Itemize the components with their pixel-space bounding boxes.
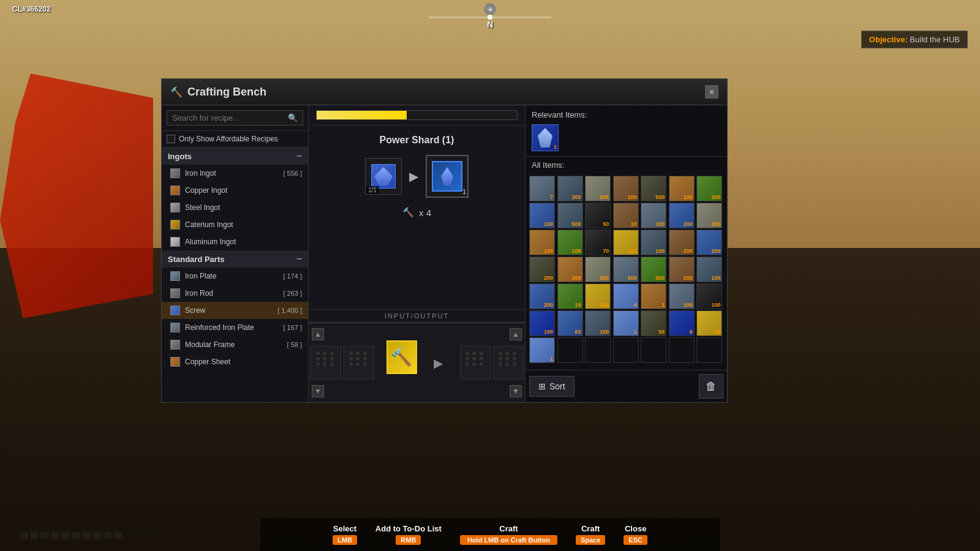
inv-item-46[interactable] <box>641 337 666 363</box>
craft-queue-nav-bottom-right[interactable]: ▼ <box>510 385 522 397</box>
close-button[interactable]: × <box>705 85 718 99</box>
recipe-iron-plate[interactable]: Iron Plate [ 174 ] <box>162 268 308 285</box>
recipe-reinforced-iron-plate[interactable]: Reinforced Iron Plate [ 167 ] <box>162 319 308 336</box>
inv-item-48[interactable] <box>696 337 722 363</box>
inv-item-0[interactable]: 7 <box>529 176 555 201</box>
inv-item-23[interactable]: 500 <box>585 257 611 282</box>
inv-item-20[interactable]: 200 <box>696 230 722 255</box>
recipe-iron-rod[interactable]: Iron Rod [ 263 ] <box>162 285 308 302</box>
category-standard-parts[interactable]: Standard Parts − <box>162 250 308 268</box>
inv-item-8[interactable]: 500 <box>557 203 583 228</box>
craft-slot-3 <box>460 346 491 380</box>
relevant-item-1[interactable]: 1 <box>532 124 559 151</box>
inv-item-29[interactable]: 19 <box>557 283 583 309</box>
category-standard-parts-toggle[interactable]: − <box>296 253 302 264</box>
affordable-filter[interactable]: Only Show Affordable Recipes <box>162 131 308 148</box>
inv-item-6[interactable]: 200 <box>696 176 722 201</box>
inv-item-7[interactable]: 100 <box>529 203 555 228</box>
inv-item-11[interactable]: 100 <box>641 203 666 228</box>
inv-item-36[interactable]: 63 <box>557 310 583 336</box>
inv-item-41[interactable]: 29 <box>696 310 722 336</box>
category-ingots[interactable]: Ingots − <box>162 148 308 165</box>
inv-item-43[interactable] <box>557 337 583 363</box>
inv-item-33[interactable]: 100 <box>669 283 695 309</box>
recipe-arrow-icon: ▶ <box>409 169 418 184</box>
caterium-ingot-name: Caterium Ingot <box>185 220 302 229</box>
recipe-caterium-ingot[interactable]: Caterium Ingot <box>162 216 308 233</box>
craft-queue-nav-bottom-left[interactable]: ▼ <box>312 385 324 397</box>
window-header: 🔨 Crafting Bench × <box>162 79 727 105</box>
inv-item-32[interactable]: 1 <box>641 283 666 309</box>
inv-item-18[interactable]: 100 <box>641 230 666 255</box>
recipe-iron-ingot[interactable]: Iron Ingot [ 556 ] <box>162 165 308 182</box>
inv-item-count-1: 200 <box>572 194 581 200</box>
inv-item-24[interactable]: 500 <box>613 257 639 282</box>
inv-item-31[interactable]: 4 <box>613 283 639 309</box>
recipe-aluminum-ingot[interactable]: Aluminum Ingot <box>162 233 308 250</box>
inv-item-15[interactable]: 108 <box>557 230 583 255</box>
inv-item-16[interactable]: 70 <box>585 230 611 255</box>
inv-item-4[interactable]: 500 <box>641 176 666 201</box>
affordable-checkbox[interactable] <box>167 135 175 143</box>
inv-item-13[interactable]: 200 <box>696 203 722 228</box>
trash-button[interactable]: 🗑 <box>699 374 723 399</box>
craft-queue-nav-top-right[interactable]: ▲ <box>510 328 522 340</box>
search-input[interactable] <box>172 113 284 122</box>
inv-item-5[interactable]: 100 <box>669 176 695 201</box>
inv-item-37[interactable]: 100 <box>585 310 611 336</box>
inv-item-44[interactable] <box>585 337 611 363</box>
inv-item-19[interactable]: 200 <box>669 230 695 255</box>
recipe-copper-sheet[interactable]: Copper Sheet <box>162 353 308 370</box>
inv-item-26[interactable]: 200 <box>669 257 695 282</box>
inv-item-47[interactable] <box>669 337 695 363</box>
screw-icon <box>170 305 180 315</box>
keybind-craft-space: Craft Space <box>576 524 605 545</box>
keybind-close-key: ESC <box>624 535 647 545</box>
inv-item-45[interactable] <box>613 337 639 363</box>
inv-item-30[interactable]: 150 <box>585 283 611 309</box>
recipe-screw[interactable]: Screw [ 1,400 ] <box>162 302 308 319</box>
inv-item-10[interactable]: 10 <box>613 203 639 228</box>
inv-item-9[interactable]: 50 <box>585 203 611 228</box>
inv-item-count-25: 500 <box>655 275 665 281</box>
inv-item-25[interactable]: 500 <box>641 257 666 282</box>
search-wrapper[interactable]: 🔍 <box>167 110 303 126</box>
inv-item-12[interactable]: 200 <box>669 203 695 228</box>
category-ingots-toggle[interactable]: − <box>296 151 302 162</box>
inv-item-22[interactable]: 200 <box>557 257 583 282</box>
inv-item-14[interactable]: 100 <box>529 230 555 255</box>
inv-item-count-17: 103 <box>628 248 637 254</box>
inv-item-35[interactable]: 100 <box>529 310 555 336</box>
inv-item-28[interactable]: 200 <box>529 283 555 309</box>
inv-item-count-4: 500 <box>655 194 665 200</box>
recipe-copper-ingot[interactable]: Copper Ingot <box>162 182 308 199</box>
craft-button[interactable]: 🔨 <box>386 340 417 374</box>
inv-item-21[interactable]: 200 <box>529 257 555 282</box>
aluminum-ingot-name: Aluminum Ingot <box>185 238 302 246</box>
inv-item-42[interactable]: 1 <box>529 337 555 363</box>
keybind-craft-space-label: Craft <box>581 524 600 533</box>
craft-slot-1 <box>311 346 341 380</box>
inv-item-17[interactable]: 103 <box>613 230 639 255</box>
ingredient-overlay: 1/1 <box>366 186 379 194</box>
inv-item-38[interactable]: 1 <box>613 310 639 336</box>
window-body: 🔍 Only Show Affordable Recipes Ingots − … <box>162 105 727 402</box>
relevant-item-shard-icon <box>538 128 552 148</box>
sort-button[interactable]: ⊞ Sort <box>529 376 575 397</box>
recipe-steel-ingot[interactable]: Steel Ingot <box>162 199 308 216</box>
keybind-close-label: Close <box>625 524 646 533</box>
inv-item-count-40: 6 <box>690 329 693 335</box>
recipe-modular-frame[interactable]: Modular Frame [ 58 ] <box>162 336 308 353</box>
inv-item-count-29: 19 <box>575 302 581 308</box>
inv-item-39[interactable]: 56 <box>641 310 666 336</box>
inv-item-34[interactable]: 100 <box>696 283 722 309</box>
inv-item-2[interactable]: 306 <box>585 176 611 201</box>
craft-queue-nav-top-left[interactable]: ▲ <box>312 328 324 340</box>
inv-item-1[interactable]: 200 <box>557 176 583 201</box>
inv-item-3[interactable]: 200 <box>613 176 639 201</box>
relevant-item-count: 1 <box>554 144 557 150</box>
ingredient-icon <box>371 164 396 189</box>
inv-item-40[interactable]: 6 <box>669 310 695 336</box>
inv-item-count-15: 108 <box>572 248 581 254</box>
inv-item-27[interactable]: 100 <box>696 257 722 282</box>
